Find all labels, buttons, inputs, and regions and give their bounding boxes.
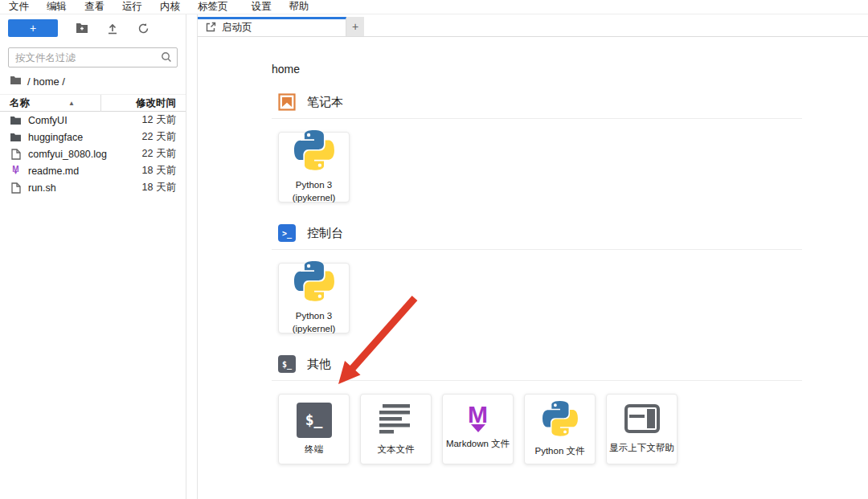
section-other: $_ 其他 $_ 终端 bbox=[272, 355, 868, 464]
card-text-file[interactable]: 文本文件 bbox=[360, 394, 432, 464]
section-divider bbox=[272, 380, 802, 381]
section-console: >_ 控制台 Python 3 (ipykernel) bbox=[272, 224, 868, 333]
column-header-name[interactable]: 名称 ▲ bbox=[0, 96, 100, 110]
card-contextual-help[interactable]: 显示上下文帮助 bbox=[606, 394, 678, 464]
breadcrumb[interactable]: / home / bbox=[0, 67, 186, 94]
section-label: 其他 bbox=[307, 357, 331, 372]
card-label: Python 3 (ipykernel) bbox=[281, 179, 346, 204]
card-notebook-python3[interactable]: Python 3 (ipykernel) bbox=[278, 132, 350, 202]
tab-label: 启动页 bbox=[222, 21, 252, 35]
home-folder-icon[interactable] bbox=[10, 76, 22, 88]
card-label: Python 3 (ipykernel) bbox=[281, 310, 346, 335]
section-label: 控制台 bbox=[307, 226, 343, 241]
menu-item-tabs[interactable]: 标签页 bbox=[189, 0, 237, 14]
card-console-python3[interactable]: Python 3 (ipykernel) bbox=[278, 263, 350, 333]
card-terminal[interactable]: $_ 终端 bbox=[278, 394, 350, 464]
launcher-tab-icon bbox=[206, 22, 216, 35]
menu-item-settings[interactable]: 设置 bbox=[243, 0, 280, 14]
card-python-file[interactable]: Python 文件 bbox=[524, 394, 596, 464]
file-icon bbox=[10, 148, 22, 160]
new-folder-icon[interactable] bbox=[76, 22, 88, 35]
section-label: 笔记本 bbox=[307, 95, 343, 110]
folder-icon bbox=[10, 131, 22, 143]
folder-icon bbox=[10, 114, 22, 126]
python-icon bbox=[294, 261, 334, 305]
file-row-huggingface[interactable]: huggingface 22 天前 bbox=[0, 129, 186, 145]
section-divider bbox=[272, 249, 802, 250]
section-divider bbox=[272, 118, 802, 119]
markdown-file-icon: M▼ bbox=[10, 165, 22, 177]
tab-bar: 启动页 + bbox=[198, 14, 868, 37]
text-file-icon bbox=[378, 403, 415, 438]
search-icon bbox=[161, 51, 172, 66]
main-panel: 启动页 + home 笔记本 bbox=[197, 14, 868, 499]
card-markdown-file[interactable]: M Markdown 文件 bbox=[442, 394, 514, 464]
breadcrumb-path: / home / bbox=[27, 76, 65, 88]
file-icon bbox=[10, 182, 22, 194]
notebook-icon bbox=[278, 93, 296, 111]
terminal-icon: $_ bbox=[278, 355, 296, 373]
menu-item-edit[interactable]: 编辑 bbox=[38, 0, 76, 14]
launcher: home 笔记本 bbox=[198, 37, 868, 464]
console-icon: >_ bbox=[278, 224, 296, 242]
file-row-run-sh[interactable]: run.sh 18 天前 bbox=[0, 179, 186, 196]
contextual-help-icon bbox=[624, 404, 660, 436]
card-label: 文本文件 bbox=[378, 444, 415, 456]
jupyterlab-window: 文件 编辑 查看 运行 内核 标签页 设置 帮助 + bbox=[0, 0, 868, 499]
card-label: 终端 bbox=[305, 444, 323, 456]
file-browser-toolbar: + bbox=[0, 14, 186, 42]
file-row-comfyui[interactable]: ComfyUI 12 天前 bbox=[0, 112, 186, 129]
new-launcher-button[interactable]: + bbox=[8, 19, 58, 37]
card-label: Python 文件 bbox=[535, 445, 585, 458]
filename-filter-input[interactable] bbox=[8, 47, 178, 67]
terminal-icon: $_ bbox=[297, 403, 332, 438]
filter-row bbox=[8, 47, 178, 67]
menu-item-kernel[interactable]: 内核 bbox=[151, 0, 189, 14]
file-row-readme[interactable]: M▼ readme.md 18 天前 bbox=[0, 162, 186, 179]
card-label: 显示上下文帮助 bbox=[609, 442, 674, 455]
markdown-icon: M bbox=[468, 407, 488, 432]
section-notebook: 笔记本 Python 3 (ipykernel) bbox=[272, 93, 868, 202]
file-row-comfyui-log[interactable]: comfyui_8080.log 22 天前 bbox=[0, 145, 186, 162]
refresh-icon[interactable] bbox=[137, 22, 149, 35]
menu-item-run[interactable]: 运行 bbox=[113, 0, 151, 14]
file-browser-panel: + / home / 名称 ▲ bbox=[0, 14, 186, 499]
file-list: ComfyUI 12 天前 huggingface 22 天前 comfyui_… bbox=[0, 112, 186, 196]
upload-icon[interactable] bbox=[106, 22, 119, 35]
menu-item-view[interactable]: 查看 bbox=[76, 0, 113, 14]
python-icon bbox=[294, 130, 334, 174]
python-icon bbox=[542, 401, 578, 440]
menubar: 文件 编辑 查看 运行 内核 标签页 设置 帮助 bbox=[0, 0, 868, 14]
new-tab-button[interactable]: + bbox=[346, 17, 364, 36]
menu-item-file[interactable]: 文件 bbox=[0, 0, 38, 14]
card-label: Markdown 文件 bbox=[446, 438, 510, 451]
launcher-cwd-title: home bbox=[272, 63, 868, 76]
tab-launcher[interactable]: 启动页 bbox=[198, 17, 346, 36]
sort-ascending-icon: ▲ bbox=[68, 100, 75, 107]
file-list-header: 名称 ▲ 修改时间 bbox=[0, 94, 186, 112]
column-header-modified[interactable]: 修改时间 bbox=[100, 95, 186, 112]
menu-item-help[interactable]: 帮助 bbox=[280, 0, 318, 14]
